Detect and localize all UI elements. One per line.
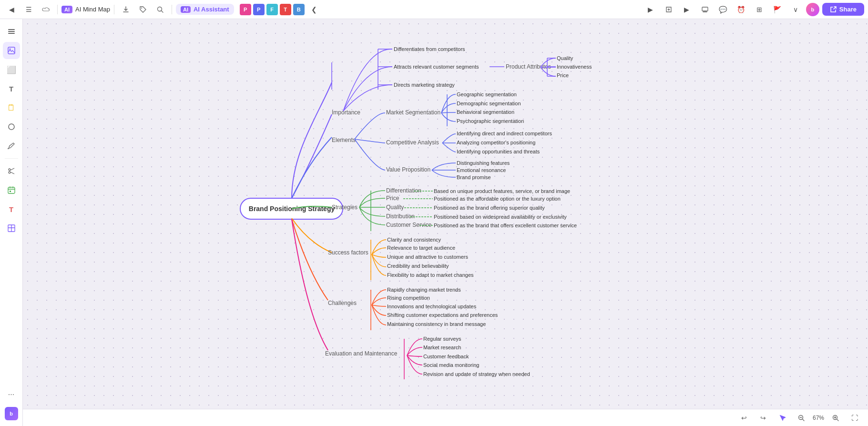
grid-icon[interactable]: ⊞: [752, 2, 767, 17]
svg-text:Innovations and technological : Innovations and technological updates: [387, 304, 477, 309]
svg-text:Unique and attractive to custo: Unique and attractive to customers: [387, 254, 468, 260]
svg-point-10: [9, 172, 10, 173]
present-icon[interactable]: [697, 2, 713, 17]
expand-button[interactable]: ⛶: [847, 410, 862, 426]
download-button[interactable]: [118, 2, 133, 17]
zoom-in-button[interactable]: [828, 410, 843, 426]
svg-point-9: [9, 169, 10, 171]
svg-text:Positioned as the brand offeri: Positioned as the brand offering superio…: [434, 205, 545, 211]
svg-text:Clarity and consistency: Clarity and consistency: [387, 237, 441, 243]
svg-text:Attracts relevant customer seg: Attracts relevant customer segments: [394, 64, 479, 70]
play-icon[interactable]: ▶: [679, 2, 694, 17]
sidebar-text2[interactable]: T: [3, 201, 20, 218]
svg-text:Innovativeness: Innovativeness: [557, 64, 592, 70]
divider1: [57, 5, 58, 14]
svg-rect-12: [10, 191, 11, 192]
toolbar-right: ▶ ▶ 💬 ⏰ ⊞ 🚩 ∨ b Share: [643, 2, 864, 17]
sidebar-image[interactable]: [3, 42, 20, 59]
ai-badge: AI: [61, 6, 72, 13]
svg-text:Behavioral segmentation: Behavioral segmentation: [457, 109, 514, 115]
user-avatar[interactable]: b: [806, 3, 819, 16]
cloud-button[interactable]: [38, 2, 53, 17]
svg-text:Distribution: Distribution: [386, 213, 415, 220]
title-text: AI Mind Map: [75, 6, 110, 13]
more-right-icon[interactable]: ∨: [788, 2, 803, 17]
sidebar-shapes[interactable]: [3, 118, 20, 135]
svg-text:Rapidly changing market trends: Rapidly changing market trends: [387, 287, 461, 293]
svg-text:Evaluation and Maintenance: Evaluation and Maintenance: [325, 350, 398, 357]
timer-icon[interactable]: ⏰: [734, 2, 749, 17]
svg-text:Differentiation: Differentiation: [386, 187, 421, 194]
svg-text:Distinguishing features: Distinguishing features: [457, 160, 510, 166]
svg-text:Strategies: Strategies: [332, 204, 357, 211]
svg-text:Quality: Quality: [557, 55, 573, 61]
bottom-bar: ↩ ↪ 67% ⛶: [23, 409, 868, 426]
sidebar-brand[interactable]: b: [3, 405, 20, 422]
sidebar-text[interactable]: T: [3, 80, 20, 97]
svg-text:Psychographic segmentation: Psychographic segmentation: [457, 118, 524, 124]
app-icon-1[interactable]: P: [240, 4, 251, 15]
svg-text:Analyzing competitor's positio: Analyzing competitor's positioning: [457, 140, 535, 145]
comment-icon[interactable]: 💬: [715, 2, 731, 17]
menu-button[interactable]: ☰: [21, 2, 36, 17]
svg-rect-11: [8, 187, 15, 193]
ai-assistant-label: AI Assistant: [194, 6, 229, 13]
tag-button[interactable]: [135, 2, 151, 17]
search-button[interactable]: [153, 2, 168, 17]
svg-rect-4: [8, 31, 15, 32]
sidebar-sticky[interactable]: 🗒: [3, 99, 20, 116]
app-icon-3[interactable]: F: [266, 4, 278, 15]
svg-text:Market research: Market research: [423, 345, 461, 350]
svg-text:Price: Price: [386, 195, 399, 202]
back-button[interactable]: ◀: [4, 2, 19, 17]
svg-text:Elements: Elements: [332, 137, 356, 143]
sidebar-layers[interactable]: [3, 23, 20, 40]
svg-text:Demographic segmentation: Demographic segmentation: [457, 101, 521, 106]
svg-text:Product Attributes: Product Attributes: [506, 63, 551, 70]
svg-text:Success factors: Success factors: [328, 249, 368, 256]
sidebar: ⬜ T 🗒 T ··· b: [0, 19, 23, 426]
divider2: [114, 5, 114, 14]
sidebar-frame[interactable]: ⬜: [3, 61, 20, 78]
zoom-out-button[interactable]: [794, 410, 809, 426]
svg-text:Shifting customer expectations: Shifting customer expectations and prefe…: [387, 312, 498, 318]
download-right-icon[interactable]: [661, 2, 676, 17]
svg-text:Value Proposition: Value Proposition: [386, 166, 430, 173]
sidebar-scissors[interactable]: [3, 162, 20, 180]
toolbar: ◀ ☰ AI AI Mind Map AI AI Assistant P P F…: [0, 0, 868, 19]
svg-text:Price: Price: [557, 72, 569, 78]
svg-point-7: [9, 49, 10, 50]
svg-text:Credibility and believability: Credibility and believability: [387, 263, 449, 269]
sidebar-more[interactable]: ···: [3, 386, 20, 403]
ai-assistant-icon: AI: [181, 6, 191, 13]
canvas[interactable]: Brand Positioning Strategy Importance Di…: [23, 19, 868, 426]
brand-icon: b: [5, 407, 18, 420]
sidebar-table[interactable]: [3, 220, 20, 237]
svg-text:Competitive Analysis: Competitive Analysis: [386, 139, 439, 146]
svg-text:Importance: Importance: [332, 109, 360, 116]
sidebar-calendar[interactable]: [3, 182, 20, 199]
app-icons-group: P P F T B: [240, 4, 305, 15]
svg-rect-2: [702, 7, 708, 11]
svg-text:Brand promise: Brand promise: [457, 174, 491, 180]
flag-icon[interactable]: 🚩: [770, 2, 785, 17]
svg-text:Challenges: Challenges: [328, 300, 357, 306]
undo-button[interactable]: ↩: [736, 410, 752, 426]
svg-text:Customer Service: Customer Service: [386, 222, 432, 228]
svg-text:Maintaining consistency in bra: Maintaining consistency in brand message: [387, 321, 486, 327]
app-icon-5[interactable]: B: [293, 4, 305, 15]
svg-rect-3: [8, 29, 15, 30]
right-arrow-icon[interactable]: ▶: [643, 2, 658, 17]
svg-text:Positioned as the brand that o: Positioned as the brand that offers exce…: [434, 223, 577, 228]
collapse-button[interactable]: ❮: [306, 2, 322, 17]
svg-rect-5: [8, 33, 15, 34]
share-button[interactable]: Share: [822, 3, 864, 16]
redo-button[interactable]: ↪: [756, 410, 771, 426]
app-icon-4[interactable]: T: [280, 4, 291, 15]
svg-text:Quality: Quality: [386, 204, 404, 211]
ai-assistant-button[interactable]: AI AI Assistant: [176, 4, 234, 15]
sidebar-pen[interactable]: [3, 137, 20, 154]
svg-text:Rising competition: Rising competition: [387, 295, 430, 301]
app-icon-2[interactable]: P: [253, 4, 265, 15]
cursor-button[interactable]: [775, 410, 790, 426]
